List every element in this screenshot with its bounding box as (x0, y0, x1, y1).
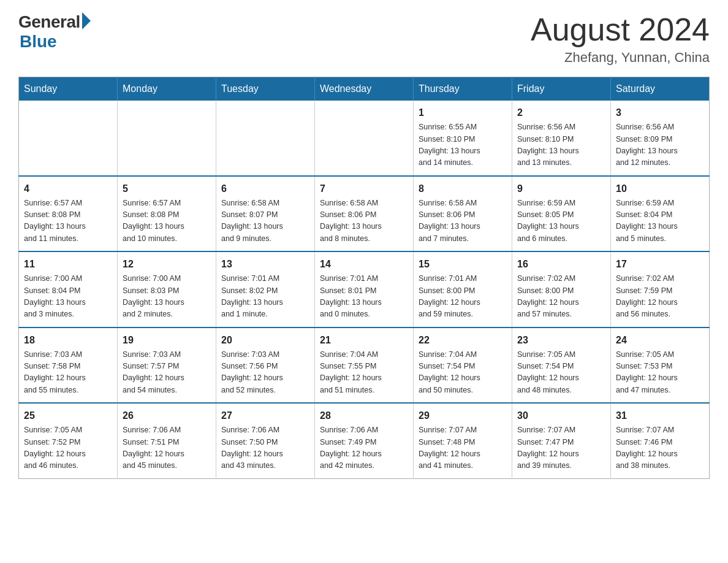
day-info: Sunrise: 7:01 AM Sunset: 8:00 PM Dayligh… (419, 273, 507, 321)
page-header: General Blue August 2024 Zhefang, Yunnan… (18, 12, 710, 66)
day-number: 1 (419, 105, 507, 120)
day-of-week-tuesday: Tuesday (216, 77, 315, 101)
day-info: Sunrise: 6:58 AM Sunset: 8:07 PM Dayligh… (221, 197, 309, 245)
day-of-week-friday: Friday (512, 77, 611, 101)
day-info: Sunrise: 7:05 AM Sunset: 7:53 PM Dayligh… (616, 349, 704, 397)
week-row-2: 4Sunrise: 6:57 AM Sunset: 8:08 PM Daylig… (19, 176, 710, 252)
day-number: 19 (123, 333, 211, 348)
day-of-week-thursday: Thursday (414, 77, 512, 101)
day-info: Sunrise: 6:56 AM Sunset: 8:10 PM Dayligh… (517, 121, 605, 169)
day-info: Sunrise: 7:00 AM Sunset: 8:03 PM Dayligh… (123, 273, 211, 321)
day-info: Sunrise: 7:05 AM Sunset: 7:52 PM Dayligh… (24, 424, 112, 472)
day-cell-29: 29Sunrise: 7:07 AM Sunset: 7:48 PM Dayli… (414, 403, 512, 478)
day-number: 24 (616, 333, 704, 348)
calendar-title: August 2024 (531, 12, 710, 47)
day-info: Sunrise: 7:04 AM Sunset: 7:55 PM Dayligh… (320, 349, 408, 397)
day-cell-7: 7Sunrise: 6:58 AM Sunset: 8:06 PM Daylig… (315, 176, 414, 252)
day-cell-15: 15Sunrise: 7:01 AM Sunset: 8:00 PM Dayli… (414, 251, 512, 327)
day-cell-23: 23Sunrise: 7:05 AM Sunset: 7:54 PM Dayli… (512, 327, 611, 404)
day-cell-12: 12Sunrise: 7:00 AM Sunset: 8:03 PM Dayli… (118, 251, 216, 327)
day-cell-8: 8Sunrise: 6:58 AM Sunset: 8:06 PM Daylig… (414, 176, 512, 252)
day-info: Sunrise: 6:58 AM Sunset: 8:06 PM Dayligh… (320, 197, 408, 245)
day-cell-5: 5Sunrise: 6:57 AM Sunset: 8:08 PM Daylig… (118, 176, 216, 252)
day-number: 11 (24, 257, 112, 272)
day-number: 8 (419, 182, 507, 196)
day-info: Sunrise: 7:07 AM Sunset: 7:47 PM Dayligh… (517, 424, 605, 472)
day-number: 22 (419, 333, 507, 348)
day-info: Sunrise: 7:02 AM Sunset: 8:00 PM Dayligh… (517, 273, 605, 321)
day-cell-25: 25Sunrise: 7:05 AM Sunset: 7:52 PM Dayli… (19, 403, 118, 478)
day-number: 17 (616, 257, 704, 272)
day-number: 15 (419, 257, 507, 272)
empty-cell (216, 101, 315, 176)
day-number: 21 (320, 333, 408, 348)
day-number: 31 (616, 408, 704, 423)
day-cell-13: 13Sunrise: 7:01 AM Sunset: 8:02 PM Dayli… (216, 251, 315, 327)
empty-cell (118, 101, 216, 176)
day-cell-2: 2Sunrise: 6:56 AM Sunset: 8:10 PM Daylig… (512, 101, 611, 176)
calendar-table: SundayMondayTuesdayWednesdayThursdayFrid… (18, 77, 710, 479)
day-cell-17: 17Sunrise: 7:02 AM Sunset: 7:59 PM Dayli… (611, 251, 710, 327)
week-row-3: 11Sunrise: 7:00 AM Sunset: 8:04 PM Dayli… (19, 251, 710, 327)
day-info: Sunrise: 7:00 AM Sunset: 8:04 PM Dayligh… (24, 273, 112, 321)
day-number: 5 (123, 182, 211, 196)
empty-cell (19, 101, 118, 176)
day-number: 3 (616, 105, 704, 120)
day-info: Sunrise: 7:01 AM Sunset: 8:01 PM Dayligh… (320, 273, 408, 321)
day-info: Sunrise: 7:04 AM Sunset: 7:54 PM Dayligh… (419, 349, 507, 397)
day-cell-18: 18Sunrise: 7:03 AM Sunset: 7:58 PM Dayli… (19, 327, 118, 404)
day-info: Sunrise: 6:59 AM Sunset: 8:04 PM Dayligh… (616, 197, 704, 245)
day-number: 10 (616, 182, 704, 196)
day-cell-27: 27Sunrise: 7:06 AM Sunset: 7:50 PM Dayli… (216, 403, 315, 478)
day-cell-14: 14Sunrise: 7:01 AM Sunset: 8:01 PM Dayli… (315, 251, 414, 327)
day-info: Sunrise: 6:59 AM Sunset: 8:05 PM Dayligh… (517, 197, 605, 245)
day-info: Sunrise: 6:57 AM Sunset: 8:08 PM Dayligh… (123, 197, 211, 245)
empty-cell (315, 101, 414, 176)
day-number: 25 (24, 408, 112, 423)
day-info: Sunrise: 7:05 AM Sunset: 7:54 PM Dayligh… (517, 349, 605, 397)
week-row-5: 25Sunrise: 7:05 AM Sunset: 7:52 PM Dayli… (19, 403, 710, 478)
day-cell-28: 28Sunrise: 7:06 AM Sunset: 7:49 PM Dayli… (315, 403, 414, 478)
day-cell-22: 22Sunrise: 7:04 AM Sunset: 7:54 PM Dayli… (414, 327, 512, 404)
day-number: 16 (517, 257, 605, 272)
day-info: Sunrise: 6:57 AM Sunset: 8:08 PM Dayligh… (24, 197, 112, 245)
day-cell-31: 31Sunrise: 7:07 AM Sunset: 7:46 PM Dayli… (611, 403, 710, 478)
day-cell-10: 10Sunrise: 6:59 AM Sunset: 8:04 PM Dayli… (611, 176, 710, 252)
day-info: Sunrise: 7:03 AM Sunset: 7:57 PM Dayligh… (123, 349, 211, 397)
day-number: 13 (221, 257, 309, 272)
day-cell-3: 3Sunrise: 6:56 AM Sunset: 8:09 PM Daylig… (611, 101, 710, 176)
day-number: 6 (221, 182, 309, 196)
day-number: 27 (221, 408, 309, 423)
day-cell-26: 26Sunrise: 7:06 AM Sunset: 7:51 PM Dayli… (118, 403, 216, 478)
day-info: Sunrise: 7:07 AM Sunset: 7:46 PM Dayligh… (616, 424, 704, 472)
calendar-header-row: SundayMondayTuesdayWednesdayThursdayFrid… (19, 77, 710, 101)
day-number: 30 (517, 408, 605, 423)
day-number: 20 (221, 333, 309, 348)
day-info: Sunrise: 7:06 AM Sunset: 7:50 PM Dayligh… (221, 424, 309, 472)
day-number: 9 (517, 182, 605, 196)
day-number: 14 (320, 257, 408, 272)
day-cell-6: 6Sunrise: 6:58 AM Sunset: 8:07 PM Daylig… (216, 176, 315, 252)
day-cell-9: 9Sunrise: 6:59 AM Sunset: 8:05 PM Daylig… (512, 176, 611, 252)
day-number: 18 (24, 333, 112, 348)
day-cell-21: 21Sunrise: 7:04 AM Sunset: 7:55 PM Dayli… (315, 327, 414, 404)
day-number: 7 (320, 182, 408, 196)
day-info: Sunrise: 7:07 AM Sunset: 7:48 PM Dayligh… (419, 424, 507, 472)
week-row-4: 18Sunrise: 7:03 AM Sunset: 7:58 PM Dayli… (19, 327, 710, 404)
title-block: August 2024 Zhefang, Yunnan, China (531, 12, 710, 66)
day-cell-20: 20Sunrise: 7:03 AM Sunset: 7:56 PM Dayli… (216, 327, 315, 404)
day-of-week-sunday: Sunday (19, 77, 118, 101)
day-number: 28 (320, 408, 408, 423)
day-number: 23 (517, 333, 605, 348)
day-info: Sunrise: 7:01 AM Sunset: 8:02 PM Dayligh… (221, 273, 309, 321)
week-row-1: 1Sunrise: 6:55 AM Sunset: 8:10 PM Daylig… (19, 101, 710, 176)
day-cell-24: 24Sunrise: 7:05 AM Sunset: 7:53 PM Dayli… (611, 327, 710, 404)
day-of-week-wednesday: Wednesday (315, 77, 414, 101)
day-info: Sunrise: 6:55 AM Sunset: 8:10 PM Dayligh… (419, 121, 507, 169)
day-info: Sunrise: 7:06 AM Sunset: 7:51 PM Dayligh… (123, 424, 211, 472)
day-number: 2 (517, 105, 605, 120)
day-of-week-monday: Monday (118, 77, 216, 101)
logo: General Blue (18, 12, 91, 52)
day-info: Sunrise: 7:03 AM Sunset: 7:56 PM Dayligh… (221, 349, 309, 397)
day-number: 12 (123, 257, 211, 272)
